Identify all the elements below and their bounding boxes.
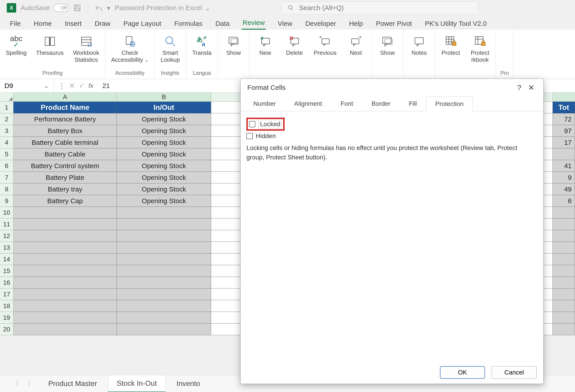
row-header[interactable]: 14 bbox=[0, 254, 13, 265]
cell[interactable]: Battery tray bbox=[13, 184, 117, 195]
undo-icon[interactable] bbox=[95, 4, 102, 11]
row-header[interactable]: 11 bbox=[0, 218, 13, 230]
row-header[interactable]: 15 bbox=[0, 265, 13, 277]
ribbon-btn-new[interactable]: New bbox=[254, 32, 277, 59]
cell[interactable]: Opening Stock bbox=[117, 125, 211, 137]
cell[interactable]: 9 bbox=[552, 172, 575, 184]
sheet-tab-stock-in-out[interactable]: Stock In-Out bbox=[108, 375, 166, 392]
ok-button[interactable]: OK bbox=[440, 366, 485, 379]
cell[interactable] bbox=[552, 312, 575, 323]
cell[interactable]: Battery Cap bbox=[13, 195, 117, 207]
ribbon-btn-protect-rkbook[interactable]: Protectrkbook bbox=[469, 32, 491, 66]
cell[interactable]: Opening Stock bbox=[117, 113, 211, 125]
ribbon-btn-show[interactable]: Show bbox=[376, 32, 399, 59]
row-header[interactable]: 1 bbox=[0, 102, 13, 113]
ribbon-tab-developer[interactable]: Developer bbox=[304, 18, 337, 30]
dialog-tab-alignment[interactable]: Alignment bbox=[285, 96, 332, 111]
search-box[interactable] bbox=[281, 1, 479, 14]
fx-icon[interactable]: fx bbox=[89, 82, 94, 89]
dialog-close-button[interactable]: ✕ bbox=[526, 83, 537, 92]
cancel-button[interactable]: Cancel bbox=[492, 366, 537, 379]
row-header[interactable]: 5 bbox=[0, 148, 13, 160]
row-header[interactable]: 20 bbox=[0, 323, 13, 335]
ribbon-tab-file[interactable]: File bbox=[9, 18, 22, 30]
col-header-B[interactable]: B bbox=[117, 92, 211, 101]
cell[interactable]: Opening Stock bbox=[117, 184, 211, 195]
dialog-tab-number[interactable]: Number bbox=[244, 96, 285, 111]
cell[interactable] bbox=[552, 289, 575, 300]
chevron-down-icon[interactable]: ⌄ bbox=[44, 82, 49, 90]
ribbon-tab-home[interactable]: Home bbox=[33, 18, 52, 30]
cell[interactable]: Battery Box bbox=[13, 125, 117, 137]
col-header-A[interactable]: A bbox=[13, 92, 117, 101]
cell[interactable] bbox=[117, 323, 211, 335]
ribbon-tab-pk-s-utility-tool-v2-0[interactable]: PK's Utility Tool V2.0 bbox=[424, 18, 488, 30]
name-box[interactable]: D9 ⌄ bbox=[0, 79, 54, 92]
cell[interactable] bbox=[552, 265, 575, 277]
save-icon[interactable] bbox=[73, 4, 81, 12]
cell[interactable] bbox=[552, 230, 575, 242]
cell[interactable] bbox=[13, 312, 117, 323]
cell[interactable]: 17 bbox=[552, 137, 575, 148]
cell[interactable]: Opening Stock bbox=[117, 148, 211, 160]
cell[interactable]: Performance Battery bbox=[13, 113, 117, 125]
row-header[interactable]: 19 bbox=[0, 312, 13, 323]
cell[interactable] bbox=[552, 207, 575, 218]
ribbon-btn-previous[interactable]: Previous bbox=[312, 32, 338, 59]
cell[interactable]: Product Name bbox=[13, 102, 117, 113]
hidden-checkbox[interactable] bbox=[246, 133, 253, 139]
cell[interactable]: Opening Stock bbox=[117, 172, 211, 184]
cell[interactable]: Opening Stock bbox=[117, 137, 211, 148]
row-header[interactable]: 8 bbox=[0, 184, 13, 195]
row-header[interactable]: 18 bbox=[0, 300, 13, 312]
cell[interactable] bbox=[552, 148, 575, 160]
ribbon-tab-data[interactable]: Data bbox=[215, 18, 230, 30]
cell[interactable]: Battery Plate bbox=[13, 172, 117, 184]
cell[interactable] bbox=[117, 300, 211, 312]
formula-input[interactable]: 21 bbox=[98, 82, 110, 90]
cell[interactable] bbox=[13, 265, 117, 277]
cell[interactable] bbox=[13, 277, 117, 289]
ribbon-tab-insert[interactable]: Insert bbox=[64, 18, 82, 30]
sheet-nav-prev[interactable]: 〈 bbox=[9, 379, 22, 388]
sheet-tab-invento[interactable]: Invento bbox=[168, 375, 209, 392]
cell[interactable]: 49 bbox=[552, 184, 575, 195]
locked-checkbox[interactable] bbox=[249, 121, 255, 127]
dots-icon[interactable]: ⋮ bbox=[58, 82, 65, 90]
ribbon-btn-spelling[interactable]: abc✓Spelling bbox=[4, 32, 28, 59]
cell[interactable] bbox=[117, 265, 211, 277]
cell[interactable] bbox=[13, 323, 117, 335]
ribbon-btn-smart-lookup[interactable]: SmartLookup bbox=[159, 32, 182, 66]
dialog-tab-font[interactable]: Font bbox=[331, 96, 362, 111]
row-header[interactable]: 7 bbox=[0, 172, 13, 184]
ribbon-tab-draw[interactable]: Draw bbox=[94, 18, 111, 30]
row-header[interactable]: 6 bbox=[0, 160, 13, 172]
ribbon-btn-next[interactable]: Next bbox=[345, 32, 367, 59]
cell[interactable]: Battery Cable bbox=[13, 148, 117, 160]
ribbon-tab-power-pivot[interactable]: Power Pivot bbox=[375, 18, 413, 30]
sheet-nav-next[interactable]: 〉 bbox=[24, 379, 37, 388]
cell[interactable]: Opening Stock bbox=[117, 160, 211, 172]
select-all-corner[interactable] bbox=[0, 92, 13, 101]
enter-icon[interactable]: ✓ bbox=[79, 82, 84, 90]
cell[interactable] bbox=[552, 300, 575, 312]
ribbon-btn-thesaurus[interactable]: Thesaurus bbox=[35, 32, 65, 59]
cell[interactable]: 97 bbox=[552, 125, 575, 137]
cell[interactable] bbox=[117, 277, 211, 289]
search-input[interactable] bbox=[299, 4, 471, 12]
cell[interactable] bbox=[117, 242, 211, 254]
locked-label[interactable]: Locked bbox=[259, 120, 282, 128]
cell[interactable] bbox=[13, 242, 117, 254]
cell[interactable]: 72 bbox=[552, 113, 575, 125]
dialog-tab-protection[interactable]: Protection bbox=[426, 96, 473, 111]
cell[interactable]: In/Out bbox=[117, 102, 211, 113]
cell[interactable] bbox=[13, 254, 117, 265]
cell[interactable] bbox=[552, 242, 575, 254]
ribbon-btn-workbook-statistics[interactable]: 123WorkbookStatistics bbox=[72, 32, 101, 66]
cell[interactable]: Battery Cable terminal bbox=[13, 137, 117, 148]
cell[interactable] bbox=[117, 312, 211, 323]
ribbon-btn-protect[interactable]: Protect bbox=[440, 32, 462, 59]
document-title[interactable]: Password Protection in Excel ⌄ bbox=[115, 4, 211, 12]
ribbon-tab-formulas[interactable]: Formulas bbox=[173, 18, 203, 30]
dialog-tab-border[interactable]: Border bbox=[362, 96, 400, 111]
